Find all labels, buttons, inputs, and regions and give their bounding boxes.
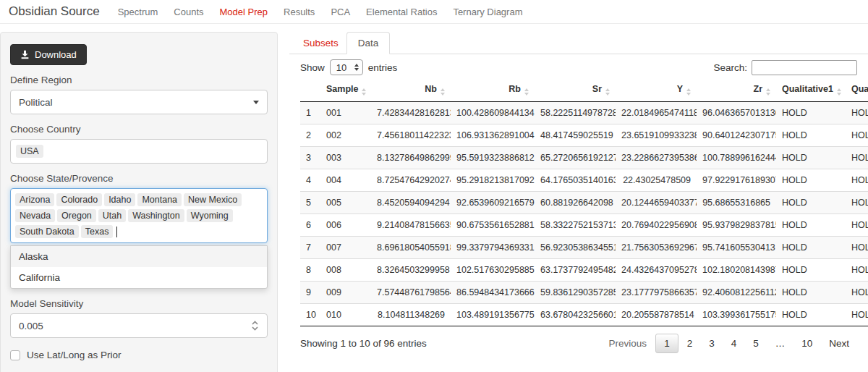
app-brand: Obsidian Source — [9, 4, 100, 19]
country-tag[interactable]: USA — [16, 145, 43, 158]
nav-item-counts[interactable]: Counts — [166, 7, 211, 17]
number-stepper-icon[interactable] — [251, 319, 259, 332]
choose-state-label: Choose State/Provence — [10, 173, 268, 184]
state-tag[interactable]: Arizona — [15, 193, 54, 206]
search-input[interactable] — [752, 60, 857, 75]
table-header-row: Sample Nb Rb Sr Y Zr Qualitative1 Qualit… — [300, 78, 868, 102]
sort-icon — [766, 88, 770, 96]
table-row[interactable]: 9009 7.5744876179856486.5948434173666 59… — [300, 282, 868, 304]
table-row[interactable]: 1001 7.42834428162813100.428609844134 58… — [300, 102, 868, 124]
state-tag[interactable]: Montana — [137, 193, 182, 206]
nav-item-elemental-ratios[interactable]: Elemental Ratios — [358, 7, 445, 17]
search-control: Search: — [713, 60, 857, 75]
state-tag[interactable]: Utah — [98, 209, 126, 222]
navbar: Obsidian Source Spectrum Counts Model Pr… — [0, 0, 868, 24]
entries-label: entries — [368, 62, 398, 73]
nav-item-spectrum[interactable]: Spectrum — [110, 7, 166, 17]
dropdown-option-alaska[interactable]: Alaska — [11, 246, 267, 267]
sidebar-panel: Download Define Region Political Choose … — [0, 32, 278, 372]
state-tag[interactable]: Idaho — [104, 193, 135, 206]
col-header-qualitative2[interactable]: Qualitative2 — [846, 78, 868, 102]
page-button-4[interactable]: 4 — [723, 334, 745, 352]
table-row[interactable]: 5005 8.452059409429492.6539609216579 60.… — [300, 192, 868, 214]
col-header-nb[interactable]: Nb — [371, 78, 451, 102]
state-tag[interactable]: Oregon — [57, 209, 96, 222]
tab-data[interactable]: Data — [346, 32, 391, 54]
table-row[interactable]: 4004 8.7254764292027495.2918213817092 64… — [300, 169, 868, 192]
table-info: Showing 1 to 10 of 96 entries — [300, 338, 427, 349]
col-header-rownum — [300, 78, 320, 102]
state-tag[interactable]: Colorado — [56, 193, 102, 206]
chevron-down-icon — [253, 101, 259, 104]
sort-icon — [362, 88, 366, 96]
data-table: Sample Nb Rb Sr Y Zr Qualitative1 Qualit… — [300, 78, 868, 326]
state-tag[interactable]: South Dakota — [15, 225, 79, 238]
page-button-5[interactable]: 5 — [745, 334, 767, 352]
latlong-checkbox-label: Use Lat/Long as Prior — [27, 350, 122, 360]
tab-subsets[interactable]: Subsets — [295, 33, 346, 54]
table-row[interactable]: 3003 8.1327864986299995.5919323886812 65… — [300, 147, 868, 169]
latlong-checkbox[interactable] — [10, 350, 20, 360]
show-label: Show — [300, 62, 325, 73]
choose-country-input[interactable]: USA — [10, 139, 268, 164]
table-footer: Showing 1 to 10 of 96 entries Previous 1… — [289, 326, 868, 353]
page-length-select[interactable]: 10 — [330, 59, 363, 75]
page-button-10[interactable]: 10 — [793, 334, 820, 352]
pagination: Previous 1 2 3 4 5 … 10 Next — [600, 334, 857, 353]
define-region-select[interactable]: Political — [10, 90, 268, 114]
choose-state-input[interactable]: Arizona Colorado Idaho Montana New Mexic… — [10, 188, 268, 243]
tab-bar: Subsets Data — [289, 32, 868, 54]
next-page-button[interactable]: Next — [821, 334, 857, 352]
previous-page-button[interactable]: Previous — [601, 334, 655, 352]
page-button-3[interactable]: 3 — [701, 334, 723, 352]
search-label: Search: — [713, 62, 747, 73]
sort-icon — [837, 88, 841, 96]
page-ellipsis: … — [767, 334, 793, 352]
text-cursor — [116, 227, 117, 237]
define-region-label: Define Region — [10, 75, 268, 85]
model-sensitivity-label: Model Sensitivity — [10, 298, 268, 309]
col-header-y[interactable]: Y — [616, 78, 697, 102]
table-row[interactable]: 10010 8.104811348269103.489191356775 63.… — [300, 304, 868, 326]
nav-item-pca[interactable]: PCA — [323, 7, 358, 17]
nav-item-model-prep[interactable]: Model Prep — [212, 7, 276, 17]
col-header-sample[interactable]: Sample — [320, 78, 371, 102]
sort-icon — [441, 88, 445, 96]
state-tag[interactable]: Washington — [128, 209, 184, 222]
model-sensitivity-input[interactable]: 0.005 — [10, 313, 268, 338]
download-button[interactable]: Download — [10, 44, 87, 65]
dropdown-option-california[interactable]: California — [11, 267, 267, 288]
sort-icon — [605, 88, 610, 96]
table-row[interactable]: 2002 7.45618011422323106.931362891004 48… — [300, 124, 868, 147]
state-dropdown: Alaska California — [10, 245, 268, 289]
table-controls: Show 10 entries Search: — [289, 54, 868, 75]
state-tag[interactable]: Texas — [81, 225, 114, 238]
col-header-rb[interactable]: Rb — [451, 78, 535, 102]
col-header-qualitative1[interactable]: Qualitative1 — [776, 78, 846, 102]
latlong-checkbox-row[interactable]: Use Lat/Long as Prior — [10, 350, 268, 360]
choose-country-label: Choose Country — [10, 124, 268, 135]
col-header-sr[interactable]: Sr — [535, 78, 616, 102]
state-tag[interactable]: New Mexico — [184, 193, 242, 206]
download-icon — [20, 50, 30, 59]
length-control: Show 10 entries — [300, 59, 397, 75]
table-row[interactable]: 7007 8.6961805405591899.3379794369331 56… — [300, 237, 868, 259]
state-tag[interactable]: Wyoming — [187, 209, 233, 222]
page-button-2[interactable]: 2 — [679, 334, 701, 352]
state-tag[interactable]: Nevada — [15, 209, 55, 222]
table-row[interactable]: 8008 8.3264503299958102.517630295885 63.… — [300, 259, 868, 282]
main-content: Subsets Data Show 10 entries Search: Sam… — [289, 32, 868, 353]
sort-icon — [686, 88, 691, 96]
col-header-zr[interactable]: Zr — [697, 78, 776, 102]
page-button-1[interactable]: 1 — [655, 334, 678, 353]
table-row[interactable]: 6006 9.2140847815663590.6753561652881 58… — [300, 214, 868, 237]
sort-icon — [524, 88, 529, 96]
nav-item-ternary-diagram[interactable]: Ternary Diagram — [445, 7, 530, 17]
nav-item-results[interactable]: Results — [276, 7, 323, 17]
select-arrows-icon — [354, 64, 359, 71]
